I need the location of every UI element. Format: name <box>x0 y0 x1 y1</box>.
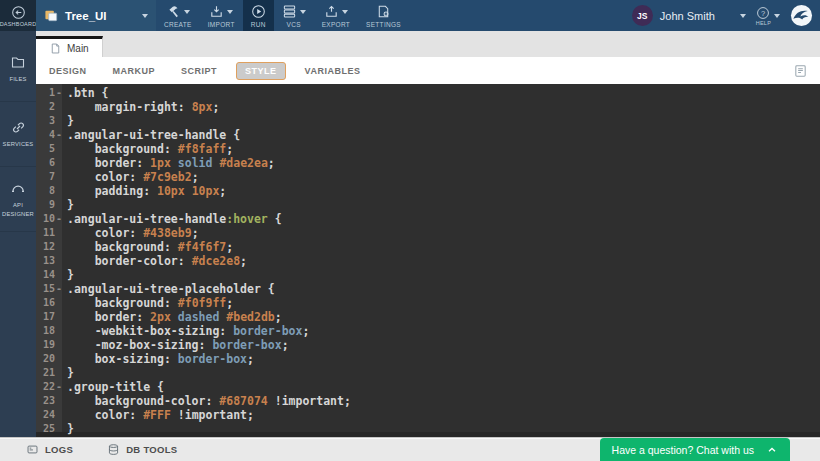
subtab-design[interactable]: DESIGN <box>49 66 87 76</box>
line-number: 2 <box>36 100 62 114</box>
export-tray-icon <box>324 4 339 19</box>
subtab-script[interactable]: SCRIPT <box>181 66 217 76</box>
code-line[interactable]: 12 background: #f4f6f7; <box>36 240 820 254</box>
code-line[interactable]: 20 box-sizing: border-box; <box>36 352 820 366</box>
line-number: 24 <box>36 408 62 422</box>
code-line[interactable]: 4-.angular-ui-tree-handle { <box>36 128 820 142</box>
line-number: 20 <box>36 352 62 366</box>
line-number: 13 <box>36 254 62 268</box>
code-line[interactable]: 24 color: #FFF !important; <box>36 408 820 422</box>
bottombar-item-logs[interactable]: LOGS <box>26 443 73 456</box>
code-line[interactable]: 17 border: 2px dashed #bed2db; <box>36 310 820 324</box>
code-line[interactable]: 18 -webkit-box-sizing: border-box; <box>36 324 820 338</box>
line-number: 12 <box>36 240 62 254</box>
topbar-button-label: SETTINGS <box>366 21 401 28</box>
subtab-variables[interactable]: VARIABLES <box>305 66 361 76</box>
sidebar-item-files[interactable]: FILES <box>0 37 36 102</box>
line-number: 22- <box>36 380 62 394</box>
chat-widget-button[interactable]: Have a question? Chat with us <box>600 438 790 461</box>
chevron-down-icon <box>740 14 746 18</box>
code-line[interactable]: 25} <box>36 422 820 436</box>
sidebar-item-label: API DESIGNER <box>2 201 34 218</box>
code-line[interactable]: 8 padding: 10px 10px; <box>36 184 820 198</box>
left-sidebar: FILESSERVICESAPI DESIGNER <box>0 31 36 437</box>
code-line[interactable]: 5 background: #f8faff; <box>36 142 820 156</box>
bottombar-item-label: DB TOOLS <box>126 444 177 455</box>
topbar-button-vcs[interactable]: VCS <box>274 0 314 31</box>
question-circle-icon: ? <box>756 6 770 20</box>
sidebar-item-services[interactable]: SERVICES <box>0 102 36 167</box>
topbar-button-label: CREATE <box>164 21 192 28</box>
code-line[interactable]: 7 color: #7c9eb2; <box>36 170 820 184</box>
brand-logo <box>790 0 820 31</box>
line-number: 16 <box>36 296 62 310</box>
sidebar-item-api-designer[interactable]: API DESIGNER <box>0 167 36 232</box>
logs-icon <box>26 443 39 456</box>
run-play-icon <box>251 4 266 19</box>
server-stack-icon <box>282 4 297 19</box>
code-editor[interactable]: 1-.btn {2 margin-right: 8px;3}4-.angular… <box>36 84 820 437</box>
line-number: 3 <box>36 114 62 128</box>
line-number: 21 <box>36 366 62 380</box>
chevron-down-icon <box>184 10 190 14</box>
subtab-markup[interactable]: MARKUP <box>113 66 156 76</box>
user-menu[interactable]: JS John Smith <box>632 0 756 31</box>
project-selector[interactable]: Tree_UI <box>36 0 156 31</box>
hammer-icon <box>166 4 181 19</box>
topbar-button-import[interactable]: IMPORT <box>200 0 243 31</box>
line-number: 6 <box>36 156 62 170</box>
line-number: 10- <box>36 212 62 226</box>
code-line[interactable]: 19 -moz-box-sizing: border-box; <box>36 338 820 352</box>
bottombar-item-db-tools[interactable]: DB TOOLS <box>107 443 177 456</box>
line-number: 11 <box>36 226 62 240</box>
chevron-down-icon <box>300 10 306 14</box>
topbar-button-label: RUN <box>251 21 266 28</box>
help-menu[interactable]: ? HELP <box>756 0 790 31</box>
code-line[interactable]: 9} <box>36 198 820 212</box>
svg-text:?: ? <box>761 8 765 17</box>
code-line[interactable]: 1-.btn { <box>36 86 820 100</box>
topbar-button-export[interactable]: EXPORT <box>314 0 358 31</box>
line-number: 7 <box>36 170 62 184</box>
middle-row: FILESSERVICESAPI DESIGNER Main DESIGNMAR… <box>0 31 820 437</box>
code-line[interactable]: 16 background: #f0f9ff; <box>36 296 820 310</box>
tab-main-label: Main <box>67 43 89 54</box>
code-line[interactable]: 11 color: #438eb9; <box>36 226 820 240</box>
app-window: DASHBOARD Tree_UI CREATEIMPORTRUNVCSEXPO… <box>0 0 820 461</box>
avatar: JS <box>632 5 653 26</box>
user-name: John Smith <box>660 10 715 22</box>
topbar-button-settings[interactable]: SETTINGS <box>358 0 409 31</box>
line-number: 15- <box>36 282 62 296</box>
tab-main[interactable]: Main <box>36 36 103 57</box>
chevron-down-icon <box>342 10 348 14</box>
topbar-button-run[interactable]: RUN <box>243 0 274 31</box>
code-line[interactable]: 3} <box>36 114 820 128</box>
code-line[interactable]: 21} <box>36 366 820 380</box>
code-line[interactable]: 2 margin-right: 8px; <box>36 100 820 114</box>
code-line[interactable]: 23 background-color: #687074 !important; <box>36 394 820 408</box>
save-page-icon[interactable] <box>793 63 808 78</box>
database-icon <box>107 443 120 456</box>
line-number: 4- <box>36 128 62 142</box>
line-number: 25 <box>36 422 62 436</box>
code-line[interactable]: 10-.angular-ui-tree-handle:hover { <box>36 212 820 226</box>
dashboard-button[interactable]: DASHBOARD <box>0 0 36 31</box>
appery-wave-logo <box>790 4 813 27</box>
topbar-button-label: IMPORT <box>208 21 235 28</box>
link-icon <box>11 120 26 135</box>
code-line[interactable]: 13 border-color: #dce2e8; <box>36 254 820 268</box>
chevron-down-icon <box>774 14 780 18</box>
line-number: 9 <box>36 198 62 212</box>
subtab-style[interactable]: STYLE <box>236 62 286 80</box>
topbar-button-create[interactable]: CREATE <box>156 0 200 31</box>
topbar-button-label: VCS <box>287 21 301 28</box>
back-circle-icon <box>11 5 26 20</box>
code-line[interactable]: 15-.angular-ui-tree-placeholder { <box>36 282 820 296</box>
bottom-status-bar: LOGSDB TOOLS Have a question? Chat with … <box>0 437 820 461</box>
line-number: 14 <box>36 268 62 282</box>
topbar-buttons: CREATEIMPORTRUNVCSEXPORTSETTINGS <box>156 0 409 31</box>
code-line[interactable]: 14} <box>36 268 820 282</box>
code-line[interactable]: 22-.group-title { <box>36 380 820 394</box>
main-panel: Main DESIGNMARKUPSCRIPTSTYLEVARIABLES 1-… <box>36 31 820 437</box>
code-line[interactable]: 6 border: 1px solid #dae2ea; <box>36 156 820 170</box>
